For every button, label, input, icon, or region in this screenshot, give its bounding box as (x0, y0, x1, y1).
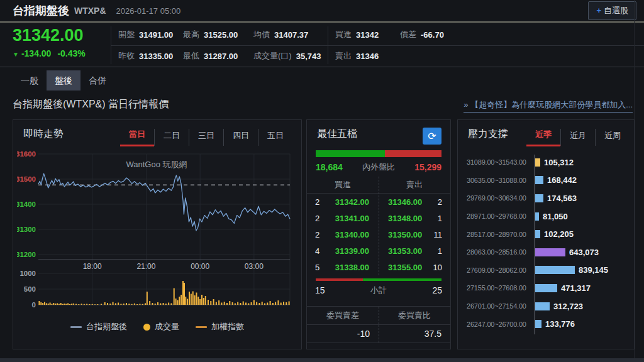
view-tab-bar: 一般 盤後 合併 (13, 70, 114, 90)
stat-label: 最高 (183, 29, 199, 40)
sr-row: 26247.00~26700.00133,776 (467, 315, 628, 333)
sr-bar (535, 176, 543, 184)
trend-tab-1[interactable]: 當日 (120, 128, 154, 146)
stat-value: 31346 (356, 52, 379, 61)
sell-price: 31346.00 (379, 197, 423, 207)
sr-tab-3[interactable]: 近周 (595, 129, 630, 146)
stat-spread: 價差-66.70 (400, 29, 470, 40)
price-change-row: ▼-134.00-0.43% (13, 48, 107, 58)
sell-volume: 1 (423, 214, 442, 223)
svg-text:31300: 31300 (17, 226, 36, 233)
buy-column-header: 買進 (307, 179, 379, 190)
sell-price: 31355.00 (379, 263, 423, 272)
book-panel-title: 最佳五檔 (317, 128, 357, 141)
trend-panel-header: 即時走勢 當日二日三日四日五日 (13, 120, 301, 146)
sr-bar (535, 212, 539, 221)
sr-price-range: 28517.00~28970.00 (467, 231, 533, 238)
stat-label: 賣出 (335, 50, 352, 62)
legend-item[interactable]: 加權指數 (196, 321, 244, 332)
svg-text:WantGoo 玩股網: WantGoo 玩股網 (126, 160, 187, 169)
trend-tab-3[interactable]: 三日 (189, 129, 223, 146)
sr-bar (535, 284, 557, 292)
sell-volume: 1 (423, 246, 442, 256)
trend-panel-title: 即時走勢 (23, 128, 64, 141)
sell-volume: 11 (423, 230, 442, 239)
inner-bar-segment (316, 150, 385, 157)
sr-price-range: 26247.00~26700.00 (467, 321, 533, 328)
sr-bar (535, 320, 541, 328)
tab-after-hours[interactable]: 盤後 (47, 70, 80, 90)
sr-tab-2[interactable]: 近月 (560, 129, 595, 146)
subtotal-row: 15 小計 25 (307, 282, 450, 299)
subtotal-label: 小計 (353, 285, 404, 296)
sr-value: 81,050 (543, 212, 568, 221)
realtime-trend-panel: 即時走勢 當日二日三日四日五日 WantGoo 玩股網3160031500314… (13, 119, 302, 349)
promo-link[interactable]: » 【超奇怪】為什麼玩股網大部份學員都加入... (464, 99, 633, 112)
stats-row: 賣出31346 (335, 45, 470, 67)
sr-value: 312,723 (553, 302, 583, 311)
buy-price: 31342.00 (334, 197, 379, 207)
add-watchlist-button[interactable]: +自選股 (588, 1, 636, 20)
stat-label: 均價 (253, 29, 270, 40)
divider (379, 325, 379, 343)
stat-label: 買進 (335, 29, 352, 40)
trend-day-tabs: 當日二日三日四日五日 (120, 128, 292, 146)
sr-row: 27155.00~27608.00471,317 (467, 279, 628, 297)
inner-outer-label: 內外盤比 (343, 162, 414, 173)
stats-row: 昨收31335.00 最低31287.00 成交量(口)35,743 (118, 45, 348, 67)
sell-price: 31353.00 (379, 246, 423, 256)
trend-tab-4[interactable]: 四日 (223, 129, 258, 146)
sr-price-range: 27155.00~27608.00 (467, 284, 533, 292)
stat-high: 最高31525.00 (183, 29, 253, 40)
down-triangle-icon: ▼ (13, 51, 19, 58)
sr-row: 28971.00~29768.0081,050 (467, 207, 628, 226)
buy-subtotal-segment (316, 278, 363, 281)
refresh-button[interactable]: ⟳ (423, 128, 441, 145)
last-price-block: 31342.00 ▼-134.00-0.43% (13, 26, 107, 58)
quote-timestamp: 2026-01-17 05:00 (116, 6, 181, 16)
sr-period-tabs: 近季近月近周 (526, 128, 630, 146)
tab-general[interactable]: 一般 (13, 70, 47, 90)
sell-subtotal-segment (363, 278, 441, 281)
buy-price: 31341.00 (334, 214, 379, 223)
legend-item[interactable]: 成交量 (143, 321, 179, 332)
sell-subtotal: 25 (404, 285, 442, 295)
ratio-label: 委買賣比 (379, 310, 450, 321)
buy-price: 31340.00 (334, 230, 379, 239)
plus-icon: + (596, 6, 601, 15)
quote-stats-left: 開盤31491.00 最高31525.00 均價31407.37 昨收31335… (118, 24, 348, 67)
diff-value: -10 (307, 329, 379, 339)
diff-values: -10 37.5 (307, 325, 450, 343)
svg-text:1000: 1000 (19, 270, 36, 277)
svg-text:31500: 31500 (17, 175, 36, 183)
buy-subtotal: 15 (315, 285, 353, 295)
svg-text:31200: 31200 (17, 251, 36, 258)
sr-panel-header: 壓力支撐 近季近月近周 (458, 120, 635, 146)
legend-item[interactable]: 台指期盤後 (70, 321, 127, 332)
sr-tab-1[interactable]: 近季 (526, 128, 560, 146)
sr-price-range: 26701.00~27154.00 (467, 302, 533, 310)
legend-label: 台指期盤後 (86, 321, 127, 332)
sr-bar (535, 302, 550, 310)
trend-tab-2[interactable]: 二日 (154, 129, 189, 146)
sr-price-range: 27609.00~28062.00 (467, 266, 533, 274)
svg-text:00:00: 00:00 (191, 262, 209, 271)
stat-value: 31525.00 (204, 30, 238, 40)
sr-row: 30635.00~31088.00168,442 (467, 172, 628, 190)
sr-value: 133,776 (545, 319, 575, 329)
sr-price-range: 28971.00~29768.00 (467, 212, 533, 220)
sell-volume: 2 (423, 197, 442, 207)
quote-stats-right: 買進31342 價差-66.70 賣出31346 (335, 24, 470, 67)
tab-combined[interactable]: 合併 (80, 70, 114, 90)
symbol-code: WTXP& (74, 6, 106, 16)
outer-bar-segment (385, 150, 441, 157)
sr-panel-title: 壓力支撐 (468, 128, 508, 141)
trend-tab-5[interactable]: 五日 (258, 129, 292, 146)
sell-column-header: 賣出 (379, 179, 450, 190)
support-resistance-panel: 壓力支撐 近季近月近周 31089.00~31543.00105,3123063… (457, 119, 635, 349)
stat-volume: 成交量(口)35,743 (253, 50, 348, 62)
inner-outer-numbers: 18,684 內外盤比 15,299 (316, 162, 441, 173)
legend-dot-icon (143, 324, 150, 331)
sr-bar (535, 194, 543, 202)
sr-row: 31089.00~31543.00105,312 (467, 153, 628, 172)
